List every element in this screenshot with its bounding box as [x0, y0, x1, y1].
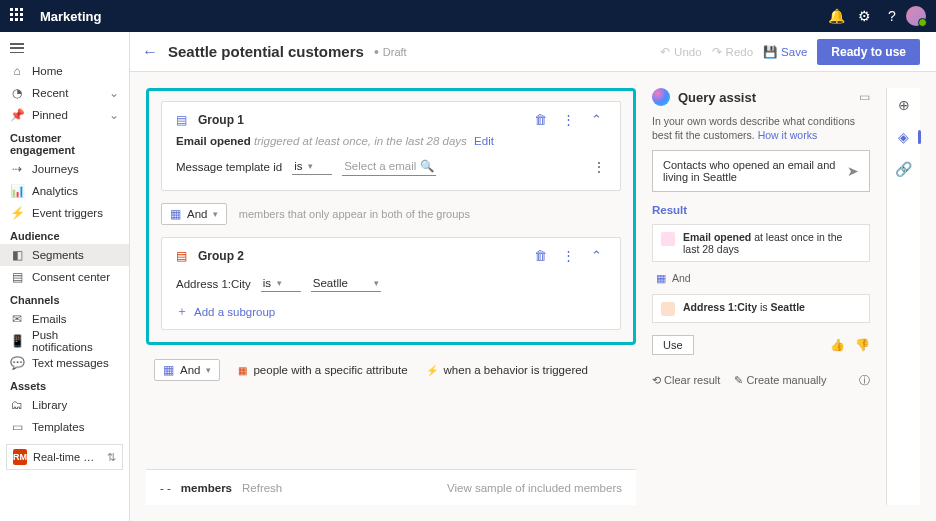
- more-group-button[interactable]: ⋮: [558, 248, 578, 263]
- right-rail: ⊕ ◈ 🔗: [886, 88, 920, 505]
- settings-icon[interactable]: ⚙: [850, 8, 878, 24]
- clock-icon: ◔: [10, 86, 24, 100]
- result-heading: Result: [652, 204, 870, 216]
- row-more-button[interactable]: ⋮: [592, 159, 606, 175]
- redo-button[interactable]: ↷ Redo: [712, 45, 754, 59]
- ready-to-use-button[interactable]: Ready to use: [817, 39, 920, 65]
- view-sample-button[interactable]: View sample of included members: [447, 482, 622, 494]
- value-select[interactable]: Seatlle▾: [311, 275, 381, 292]
- behavior-tag-icon: [661, 232, 675, 246]
- nav-library[interactable]: 🗂Library: [0, 394, 129, 416]
- help-icon[interactable]: ?: [878, 8, 906, 24]
- push-icon: 📱: [10, 334, 24, 348]
- nav-recent[interactable]: ◔Recent⌄: [0, 82, 129, 104]
- collapse-sidebar-button[interactable]: [0, 36, 129, 60]
- delete-group-button[interactable]: 🗑: [530, 248, 550, 263]
- notification-icon[interactable]: 🔔: [822, 8, 850, 24]
- add-operator-select[interactable]: ▦And▾: [154, 359, 220, 381]
- add-condition-bar: ▦And▾ people with a specific attribute w…: [146, 345, 636, 395]
- save-button[interactable]: 💾 Save: [763, 45, 807, 59]
- collapse-group-button[interactable]: ⌃: [586, 112, 606, 127]
- operator-select[interactable]: is▾: [261, 275, 301, 292]
- clear-result-button[interactable]: ⟲ Clear result: [652, 374, 720, 387]
- nav-pinned[interactable]: 📌Pinned⌄: [0, 104, 129, 126]
- page-title: Seattle potential customers: [168, 43, 364, 60]
- undo-button[interactable]: ↶ Undo: [660, 45, 702, 59]
- add-behavior-button[interactable]: when a behavior is triggered: [426, 364, 588, 376]
- members-bar: - - members Refresh View sample of inclu…: [146, 469, 636, 505]
- prompt-input[interactable]: Contacts who opened an email and living …: [652, 150, 870, 192]
- assist-title: Query assist: [678, 90, 756, 105]
- home-icon: ⌂: [10, 64, 24, 78]
- section-channels: Channels: [0, 288, 129, 308]
- add-subgroup-button[interactable]: ＋Add a subgroup: [176, 304, 606, 319]
- query-assist-panel: Query assist ▭ In your own words describ…: [652, 88, 870, 505]
- area-switcher[interactable]: RM Real-time marketi… ⇅: [6, 444, 123, 470]
- more-group-button[interactable]: ⋮: [558, 112, 578, 127]
- add-attribute-button[interactable]: people with a specific attribute: [238, 364, 407, 376]
- info-icon[interactable]: ⓘ: [859, 373, 870, 388]
- condition-row: Message template id is▾ Select a email 🔍…: [176, 153, 606, 180]
- create-manually-button[interactable]: ✎ Create manually: [734, 374, 826, 387]
- nav-push[interactable]: 📱Push notifications: [0, 330, 129, 352]
- nav-event-triggers[interactable]: ⚡Event triggers: [0, 202, 129, 224]
- app-title: Marketing: [40, 9, 101, 24]
- nav-emails[interactable]: ✉Emails: [0, 308, 129, 330]
- area-badge-icon: RM: [13, 449, 27, 465]
- segments-icon: ◧: [10, 248, 24, 262]
- field-label: Address 1:City: [176, 278, 251, 290]
- refresh-button[interactable]: Refresh: [242, 482, 282, 494]
- operator-select[interactable]: is▾: [292, 158, 332, 175]
- condition-row: Address 1:City is▾ Seatlle▾: [176, 271, 606, 296]
- command-bar: ← Seattle potential customers Draft ↶ Un…: [130, 32, 936, 72]
- search-icon: 🔍: [420, 159, 434, 173]
- nav-templates[interactable]: ▭Templates: [0, 416, 129, 438]
- send-button[interactable]: ➤: [847, 163, 859, 179]
- trigger-icon: ⚡: [10, 206, 24, 220]
- collapse-group-button[interactable]: ⌃: [586, 248, 606, 263]
- consent-icon: ▤: [10, 270, 24, 284]
- nav-segments[interactable]: ◧Segments: [0, 244, 129, 266]
- rail-assist-icon[interactable]: ◈: [895, 128, 913, 146]
- group-2-title: Group 2: [198, 249, 244, 263]
- result-and: ▦And: [652, 270, 870, 286]
- chevron-down-icon: ⌄: [109, 86, 119, 100]
- chevron-down-icon: ⌄: [109, 108, 119, 122]
- nav-text[interactable]: 💬Text messages: [0, 352, 129, 374]
- email-select[interactable]: Select a email 🔍: [342, 157, 436, 176]
- nav-consent-center[interactable]: ▤Consent center: [0, 266, 129, 288]
- nav-journeys[interactable]: ⇢Journeys: [0, 158, 129, 180]
- delete-group-button[interactable]: 🗑: [530, 112, 550, 127]
- app-launcher-icon[interactable]: [10, 8, 26, 24]
- operator-hint: members that only appear in both of the …: [239, 208, 470, 220]
- templates-icon: ▭: [10, 420, 24, 434]
- user-avatar[interactable]: [906, 6, 926, 26]
- how-it-works-link[interactable]: How it works: [758, 129, 818, 141]
- area-label: Real-time marketi…: [33, 451, 101, 463]
- result-card-2: Address 1:City is Seattle: [652, 294, 870, 323]
- nav-home[interactable]: ⌂Home: [0, 60, 129, 82]
- chat-icon: 💬: [10, 356, 24, 370]
- pin-icon: 📌: [10, 108, 24, 122]
- edit-condition-link[interactable]: Edit: [474, 135, 494, 147]
- use-result-button[interactable]: Use: [652, 335, 694, 355]
- back-button[interactable]: ←: [142, 43, 158, 61]
- group-operator-select[interactable]: ▦And▾: [161, 203, 227, 225]
- plus-icon: ＋: [176, 304, 188, 319]
- condition-summary: Email opened triggered at least once, in…: [176, 135, 606, 147]
- segment-builder: ▤ Group 1 🗑 ⋮ ⌃ Email opened triggered a…: [146, 88, 636, 505]
- rail-link-icon[interactable]: 🔗: [895, 160, 913, 178]
- rail-add-icon[interactable]: ⊕: [895, 96, 913, 114]
- thumbs-down-icon[interactable]: 👎: [855, 338, 870, 352]
- assist-desc: In your own words describe what conditio…: [652, 114, 870, 142]
- group-1-card: ▤ Group 1 🗑 ⋮ ⌃ Email opened triggered a…: [161, 101, 621, 191]
- left-sidebar: ⌂Home ◔Recent⌄ 📌Pinned⌄ Customer engagem…: [0, 32, 130, 521]
- nav-analytics[interactable]: 📊Analytics: [0, 180, 129, 202]
- email-icon: ✉: [10, 312, 24, 326]
- thumbs-up-icon[interactable]: 👍: [830, 338, 845, 352]
- result-card-1: Email opened at least once in the last 2…: [652, 224, 870, 262]
- members-label: members: [181, 482, 232, 494]
- expand-icon[interactable]: ▭: [859, 90, 870, 104]
- ai-icon: [652, 88, 670, 106]
- attribute-tag-icon: [661, 302, 675, 316]
